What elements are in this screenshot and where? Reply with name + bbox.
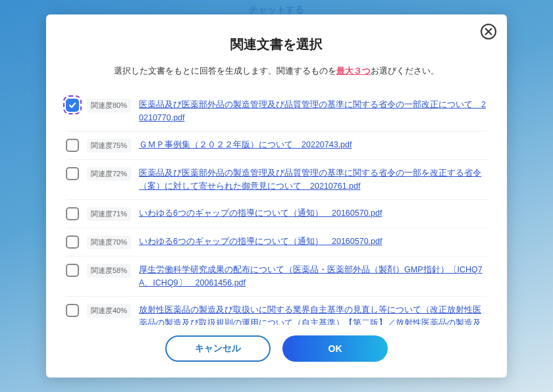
relevance-badge: 関連度72% bbox=[87, 167, 131, 181]
checkbox-wrap bbox=[66, 138, 79, 152]
relevance-badge: 関連度70% bbox=[87, 235, 131, 249]
document-row: 関連度75%ＧＭＰ事例集（２０２２年版）について 20220743.pdf bbox=[66, 132, 487, 160]
checkbox-wrap bbox=[66, 166, 79, 180]
checkbox-wrap bbox=[66, 263, 79, 277]
document-link[interactable]: いわゆる6つのギャップの指導について（通知） 20160570.pdf bbox=[139, 207, 382, 220]
document-checkbox[interactable] bbox=[66, 235, 79, 249]
checkbox-wrap bbox=[66, 235, 79, 249]
document-row: 関連度80%医薬品及び医薬部外品の製造管理及び品質管理の基準に関する省令の一部改… bbox=[66, 91, 487, 132]
relevance-badge: 関連度71% bbox=[87, 207, 131, 221]
modal-footer: キャンセル OK bbox=[46, 325, 507, 378]
cancel-button[interactable]: キャンセル bbox=[165, 335, 271, 362]
document-row: 関連度70%いわゆる6つのギャップの指導について（通知） 20160570.pd… bbox=[66, 228, 487, 257]
document-link[interactable]: ＧＭＰ事例集（２０２２年版）について 20220743.pdf bbox=[139, 138, 352, 151]
document-list[interactable]: 関連度80%医薬品及び医薬部外品の製造管理及び品質管理の基準に関する省令の一部改… bbox=[46, 91, 507, 325]
checkbox-wrap bbox=[66, 98, 79, 112]
document-row: 関連度58%厚生労働科学研究成果の配布について（医薬品・医薬部外品（製剤）GMP… bbox=[66, 257, 487, 297]
document-checkbox[interactable] bbox=[66, 264, 79, 277]
document-checkbox[interactable] bbox=[66, 304, 79, 317]
document-row: 関連度72%医薬品及び医薬部外品の製造管理及び品質管理の基準に関する省令の一部を… bbox=[66, 160, 487, 200]
relevance-badge: 関連度40% bbox=[87, 304, 131, 318]
modal-title: 関連文書を選択 bbox=[66, 36, 487, 53]
document-link[interactable]: 医薬品及び医薬部外品の製造管理及び品質管理の基準に関する省令の一部を改正する省令… bbox=[139, 166, 487, 193]
document-checkbox[interactable] bbox=[66, 207, 79, 220]
checkbox-wrap bbox=[66, 303, 79, 317]
ok-button[interactable]: OK bbox=[282, 335, 388, 362]
document-link[interactable]: 放射性医薬品の製造及び取扱いに関する業界自主基準の見直し等について（改正放射性医… bbox=[139, 303, 487, 325]
document-checkbox[interactable] bbox=[66, 167, 79, 180]
document-link[interactable]: 医薬品及び医薬部外品の製造管理及び品質管理の基準に関する省令の一部改正について … bbox=[139, 98, 487, 124]
relevance-badge: 関連度80% bbox=[87, 99, 131, 112]
checkbox-wrap bbox=[66, 207, 79, 220]
document-checkbox[interactable] bbox=[66, 99, 79, 112]
max-count-emphasis: 最大３つ bbox=[336, 66, 371, 76]
document-checkbox[interactable] bbox=[66, 139, 79, 152]
relevance-badge: 関連度58% bbox=[87, 264, 131, 278]
document-link[interactable]: 厚生労働科学研究成果の配布について（医薬品・医薬部外品（製剤）GMP指針）〔IC… bbox=[139, 263, 487, 289]
document-link[interactable]: いわゆる6つのギャップの指導について（通知） 20160570.pdf bbox=[139, 235, 382, 248]
document-row: 関連度40%放射性医薬品の製造及び取扱いに関する業界自主基準の見直し等について（… bbox=[66, 297, 487, 325]
modal-header: 関連文書を選択 選択した文書をもとに回答を生成します。関連するものを最大３つお選… bbox=[46, 14, 507, 91]
modal-subtitle: 選択した文書をもとに回答を生成します。関連するものを最大３つお選びください。 bbox=[66, 65, 487, 77]
relevance-badge: 関連度75% bbox=[87, 139, 131, 153]
close-icon bbox=[485, 28, 492, 36]
document-select-modal: 関連文書を選択 選択した文書をもとに回答を生成します。関連するものを最大３つお選… bbox=[46, 14, 507, 378]
document-row: 関連度71%いわゆる6つのギャップの指導について（通知） 20160570.pd… bbox=[66, 200, 487, 228]
close-button[interactable] bbox=[481, 24, 496, 39]
check-icon bbox=[68, 101, 76, 109]
